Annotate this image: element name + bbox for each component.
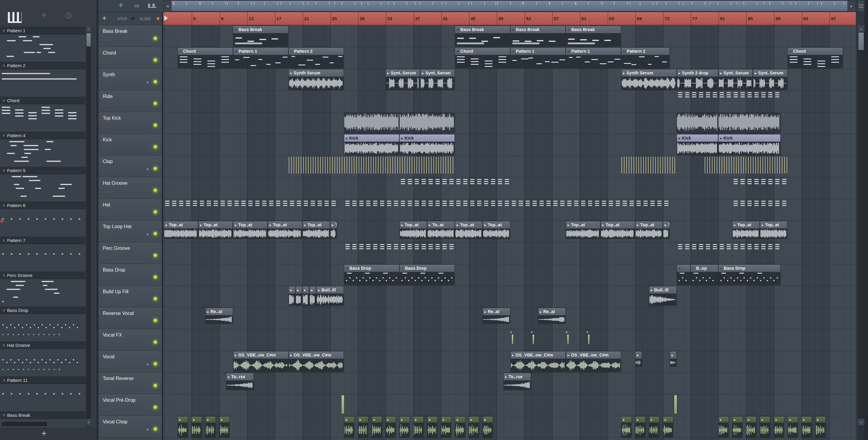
- add-track-button[interactable]: +: [102, 14, 106, 22]
- clip-strip[interactable]: [344, 200, 399, 207]
- clip-top-at[interactable]: ▸Top..at: [303, 221, 330, 239]
- clip-synth-serum[interactable]: ▸Synth Serum: [289, 69, 344, 90]
- clip-bass-break[interactable]: ≡Bass Break: [566, 26, 621, 46]
- clip-top-at[interactable]: ▸Top..at: [164, 221, 198, 239]
- track-mute-led[interactable]: [153, 80, 157, 84]
- playhead-marker[interactable]: [164, 15, 168, 21]
- track-header-bass-drop[interactable]: Bass Drop···: [98, 264, 162, 286]
- pattern-item-header[interactable]: ≡Pattern 2: [0, 62, 86, 69]
- vertical-scrollbar-thumb[interactable]: [858, 33, 864, 50]
- clip-strip[interactable]: [455, 200, 565, 207]
- track-header-vocal[interactable]: Vocal···▾: [98, 351, 162, 373]
- clip-strip[interactable]: [677, 243, 718, 250]
- clip-synth-2-drop[interactable]: ▸Synth 2 drop: [677, 69, 718, 90]
- clip-strip[interactable]: [733, 200, 787, 207]
- clip-aud[interactable]: ▸: [386, 416, 396, 438]
- clip-strip[interactable]: [718, 91, 780, 98]
- clip-aud[interactable]: ▸: [344, 416, 354, 438]
- clip-aud[interactable]: ▸: [649, 416, 659, 438]
- clip-to-rse[interactable]: ▸To..rse: [226, 373, 253, 390]
- clip-synt-serum[interactable]: ▸Synt..Serum: [421, 69, 455, 90]
- clip-re-al[interactable]: ▸Re..al: [206, 308, 233, 324]
- clip-kick[interactable]: ▸Kick: [718, 134, 780, 155]
- clip-fx[interactable]: ▸: [510, 330, 515, 347]
- pattern-item-bass-drop[interactable]: ≡Bass Drop: [0, 307, 86, 342]
- clip-pattern-2[interactable]: ≡Pattern 2: [621, 48, 670, 68]
- clip-to-rse[interactable]: ▸To..rse: [504, 373, 531, 390]
- clip-strip[interactable]: [455, 178, 510, 185]
- picker-panel-toggle-icon[interactable]: [148, 4, 156, 8]
- clip-thin[interactable]: [674, 395, 677, 414]
- clip-aud[interactable]: ▸: [815, 416, 826, 438]
- clip-strip[interactable]: [400, 178, 455, 185]
- clip-chord[interactable]: ≡Chord: [178, 48, 233, 68]
- clip-aud[interactable]: ▸: [635, 351, 642, 367]
- slide-toggle[interactable]: [156, 16, 160, 21]
- pattern-item-pattern-2[interactable]: ≡Pattern 2: [0, 62, 86, 97]
- track-mute-led[interactable]: [153, 188, 157, 192]
- clip-top-at[interactable]: ▸Top..at: [455, 221, 482, 239]
- clip-os-vbe-ow-c-m[interactable]: ▸OS_VBE..ow_C#m: [289, 351, 344, 372]
- pattern-item-header[interactable]: ≡Pattern 7: [0, 237, 86, 244]
- clip-aud[interactable]: ▸: [760, 416, 770, 438]
- track-collapse-arrow-icon[interactable]: ▾: [147, 167, 149, 171]
- clip-top-at[interactable]: ▸Top..at: [198, 221, 233, 239]
- clip-top-at[interactable]: ▸Top..at: [733, 221, 760, 239]
- clip-bass-drop[interactable]: ≡Bass Drop: [718, 264, 780, 285]
- clip-fx[interactable]: ▸: [587, 330, 591, 347]
- clip-aud[interactable]: ▸: [372, 416, 382, 438]
- clip-pattern-2[interactable]: ≡Pattern 2: [289, 48, 344, 68]
- track-mute-led[interactable]: [153, 340, 157, 344]
- clip-pat[interactable]: ≡: [677, 264, 690, 285]
- pattern-item-pattern-5[interactable]: ≡Pattern 5: [0, 167, 86, 202]
- track-header-tonal-reverse[interactable]: Tonal Reverse···: [98, 373, 162, 394]
- clip-to-t[interactable]: ▸To..t: [330, 221, 337, 239]
- clip-pattern-1[interactable]: ≡Pattern 1: [233, 48, 288, 68]
- pattern-item-header[interactable]: ≡Pattern 1: [0, 27, 86, 34]
- clip-ticks[interactable]: [400, 157, 455, 174]
- clip-kick[interactable]: ▸Kick: [344, 134, 399, 155]
- clip-aud[interactable]: ▸: [206, 416, 216, 438]
- clip-bass-break[interactable]: ≡Bass Break: [233, 26, 288, 46]
- clip-ticks[interactable]: [289, 157, 344, 174]
- clip-aud[interactable]: ▸: [192, 416, 202, 438]
- clip-aud[interactable]: ▸: [358, 416, 368, 438]
- playlist-grid[interactable]: ≡Bass Break≡Bass Break≡Bass Break≡Bass B…: [163, 25, 856, 440]
- clip-strip[interactable]: [344, 243, 399, 250]
- clip-strip[interactable]: [164, 200, 337, 207]
- clip-ticks[interactable]: [344, 157, 399, 174]
- timeline-ruler[interactable]: 5913172125293337414549535761656973778185…: [163, 12, 856, 25]
- track-header-build-up-fill[interactable]: Build Up Fill···: [98, 286, 162, 307]
- track-header-ride[interactable]: Ride···: [98, 90, 162, 112]
- clip-aud[interactable]: ▸: [469, 416, 479, 438]
- clip-pattern-1[interactable]: ≡Pattern 1: [510, 48, 565, 68]
- clip-kick[interactable]: ▸Kick: [400, 134, 455, 155]
- track-mute-led[interactable]: [153, 275, 157, 279]
- pattern-item-header[interactable]: ≡Bass Break: [0, 412, 86, 419]
- clip-aud[interactable]: ▸: [303, 286, 309, 306]
- track-header-perc-groove[interactable]: Perc Groove···: [98, 242, 162, 264]
- clip-os-vbe-ow-c-m[interactable]: ▸OS_VBE..ow_C#m: [510, 351, 565, 372]
- clip-to-at[interactable]: ▸To..at: [427, 221, 455, 239]
- clip-top-at[interactable]: ▸Top..at: [760, 221, 787, 239]
- track-collapse-arrow-icon[interactable]: ▾: [147, 232, 149, 237]
- clip-b-op[interactable]: ≡B..op: [691, 264, 718, 285]
- clip-aud[interactable]: ▸: [441, 416, 451, 438]
- track-header-vocal-pr-drop[interactable]: Vocal Pré-Drop···: [98, 394, 162, 416]
- clip-synt-serum[interactable]: ▸Synt..Serum: [386, 69, 420, 90]
- clip-synt-serum[interactable]: ▸Synt..Serum: [718, 69, 752, 90]
- pattern-item-header[interactable]: ≡Bass Drop: [0, 307, 86, 314]
- clip-aud[interactable]: ▸: [635, 416, 645, 438]
- pattern-item-bass-break[interactable]: ≡Bass Break: [0, 412, 86, 428]
- tools-icon[interactable]: ⚙: [64, 10, 73, 21]
- clip-aud[interactable]: ▸: [413, 416, 424, 438]
- clip-thin[interactable]: [341, 395, 344, 414]
- clip-top-at[interactable]: ▸Top..at: [233, 221, 267, 239]
- track-mute-led[interactable]: [153, 405, 157, 409]
- clip-ticks[interactable]: [705, 157, 787, 174]
- clip-aud[interactable]: ▸: [310, 286, 316, 306]
- clip-dense[interactable]: [718, 113, 780, 133]
- playlist-options-icon[interactable]: [858, 1, 864, 11]
- clip-bass-break[interactable]: ≡Bass Break: [455, 26, 510, 46]
- move-tool-icon[interactable]: +: [41, 9, 47, 21]
